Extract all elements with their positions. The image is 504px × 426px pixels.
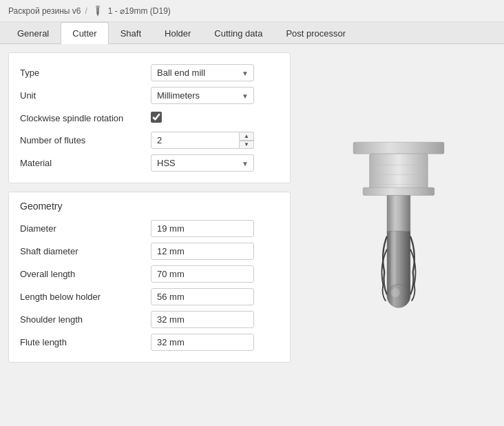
unit-select[interactable]: Millimeters Inches — [151, 87, 254, 104]
unit-label: Unit — [20, 90, 151, 101]
flutes-control: ▲ ▼ — [151, 132, 279, 149]
shaft-diameter-input[interactable] — [151, 243, 254, 260]
length-below-holder-label: Length below holder — [20, 292, 151, 302]
geometry-title: Geometry — [20, 201, 279, 212]
length-below-holder-input[interactable] — [151, 288, 254, 305]
unit-select-wrapper: Millimeters Inches ▼ — [151, 87, 254, 104]
material-select-wrapper: HSS Carbide Cobalt ▼ — [151, 154, 254, 172]
tab-general[interactable]: General — [6, 22, 61, 44]
type-label: Type — [20, 68, 151, 78]
shoulder-length-row: Shoulder length — [20, 308, 279, 331]
flute-length-input[interactable] — [151, 334, 254, 351]
svg-point-9 — [387, 284, 410, 307]
flutes-label: Number of flutes — [20, 135, 151, 145]
material-select[interactable]: HSS Carbide Cobalt — [151, 154, 254, 172]
length-below-holder-control — [151, 288, 279, 305]
overall-length-control — [151, 265, 279, 283]
main-content: Type Ball end mill End mill Drill Face m… — [0, 44, 504, 422]
shoulder-length-input[interactable] — [151, 311, 254, 328]
svg-rect-6 — [387, 195, 410, 231]
clockwise-checkbox[interactable] — [151, 112, 162, 123]
overall-length-input[interactable] — [151, 265, 254, 283]
tab-post-processor[interactable]: Post processor — [274, 22, 357, 44]
type-select-wrapper: Ball end mill End mill Drill Face mill ▼ — [151, 64, 254, 81]
unit-row: Unit Millimeters Inches ▼ — [20, 84, 279, 107]
flutes-decrement[interactable]: ▼ — [239, 141, 254, 150]
left-column: Type Ball end mill End mill Drill Face m… — [8, 52, 291, 414]
clockwise-row: Clockwise spindle rotation — [20, 107, 279, 129]
properties-card: Type Ball end mill End mill Drill Face m… — [8, 52, 291, 183]
material-label: Material — [20, 158, 151, 168]
tab-cutter[interactable]: Cutter — [61, 22, 108, 44]
svg-rect-3 — [353, 142, 444, 154]
type-control: Ball end mill End mill Drill Face mill ▼ — [151, 64, 279, 81]
breadcrumb-tool: 1 - ⌀19mm (D19) — [108, 6, 171, 16]
clockwise-control — [151, 112, 279, 125]
type-row: Type Ball end mill End mill Drill Face m… — [20, 61, 279, 84]
material-control: HSS Carbide Cobalt ▼ — [151, 154, 279, 172]
svg-rect-4 — [370, 154, 428, 190]
shaft-diameter-row: Shaft diameter — [20, 240, 279, 263]
breadcrumb-project: Раскрой резины v6 — [8, 6, 81, 16]
material-row: Material HSS Carbide Cobalt ▼ — [20, 152, 279, 174]
svg-rect-5 — [363, 187, 434, 195]
flutes-row: Number of flutes ▲ ▼ — [20, 129, 279, 152]
tab-cutting-data[interactable]: Cutting data — [202, 22, 274, 44]
tab-bar: General Cutter Shaft Holder Cutting data… — [0, 22, 504, 44]
overall-length-row: Overall length — [20, 263, 279, 285]
shaft-diameter-control — [151, 243, 279, 260]
svg-marker-1 — [96, 12, 99, 17]
flute-length-control — [151, 334, 279, 351]
cutter-svg — [337, 123, 461, 343]
diameter-row: Diameter — [20, 217, 279, 240]
diameter-control — [151, 220, 279, 237]
tab-holder[interactable]: Holder — [153, 22, 202, 44]
length-below-holder-row: Length below holder — [20, 285, 279, 308]
overall-length-label: Overall length — [20, 269, 151, 279]
svg-point-10 — [391, 288, 400, 297]
breadcrumb-separator: / — [85, 6, 87, 16]
svg-rect-2 — [96, 6, 100, 8]
flute-length-label: Flute length — [20, 337, 151, 347]
flutes-number-wrapper: ▲ ▼ — [151, 132, 254, 149]
unit-control: Millimeters Inches ▼ — [151, 87, 279, 104]
clockwise-label: Clockwise spindle rotation — [20, 113, 151, 123]
flute-length-row: Flute length — [20, 331, 279, 354]
diameter-label: Diameter — [20, 223, 151, 234]
shoulder-length-label: Shoulder length — [20, 314, 151, 325]
cutter-illustration — [302, 52, 496, 414]
shaft-diameter-label: Shaft diameter — [20, 246, 151, 256]
diameter-input[interactable] — [151, 220, 254, 237]
tool-icon — [92, 5, 104, 17]
shoulder-length-control — [151, 311, 279, 328]
tab-shaft[interactable]: Shaft — [109, 22, 153, 44]
flutes-stepper: ▲ ▼ — [239, 132, 254, 149]
breadcrumb: Раскрой резины v6 / 1 - ⌀19mm (D19) — [0, 0, 504, 22]
type-select[interactable]: Ball end mill End mill Drill Face mill — [151, 64, 254, 81]
flutes-increment[interactable]: ▲ — [239, 132, 254, 141]
geometry-card: Geometry Diameter Shaft diameter Overall… — [8, 192, 291, 363]
